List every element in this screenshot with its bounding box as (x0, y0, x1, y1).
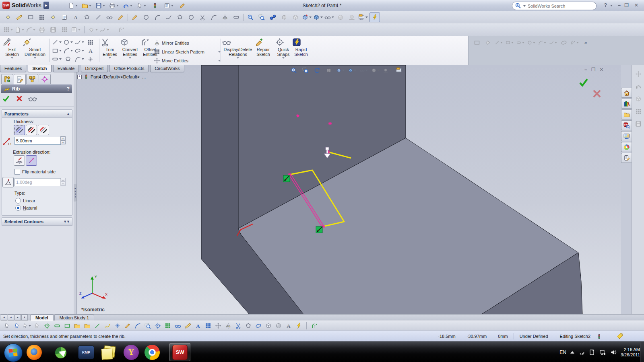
view-orientation-icon[interactable] (302, 13, 312, 22)
apply-scene-icon[interactable] (347, 13, 357, 22)
display-style-icon[interactable] (348, 66, 356, 74)
spline-icon[interactable] (103, 322, 111, 330)
hide-show-items-icon[interactable] (324, 13, 334, 22)
sketch-icon[interactable] (130, 13, 140, 22)
confirm-ok-icon[interactable] (578, 77, 589, 88)
parameters-group-header[interactable]: Parameters▲ (2, 110, 72, 118)
offset-icon[interactable] (571, 39, 579, 46)
tree-root-label[interactable]: Part4 (Default<<Default>_... (91, 74, 146, 79)
pan-icon[interactable] (279, 13, 289, 22)
draft-button[interactable] (2, 177, 14, 187)
sketch-point[interactable] (328, 122, 332, 125)
mirror-entities-button[interactable]: Mirror Entities (154, 39, 217, 47)
property-manager-tab-icon[interactable] (14, 74, 26, 85)
selected-contours-header[interactable]: Selected Contours▼▼ (2, 218, 72, 226)
view-settings-icon[interactable] (358, 13, 368, 22)
text-icon[interactable]: A (194, 322, 202, 330)
spline-icon[interactable] (549, 39, 557, 46)
vertical-dimension-icon[interactable] (26, 13, 35, 22)
tab-circuitworks[interactable]: CircuitWorks (150, 65, 184, 72)
confirm-cancel-icon[interactable] (592, 88, 602, 99)
rectangle-tool[interactable] (52, 47, 62, 55)
corner-icon[interactable] (175, 13, 185, 22)
text-tool[interactable]: A (85, 47, 96, 55)
shaded-icon[interactable] (274, 322, 283, 330)
draft-spinner[interactable]: ▲▼ (60, 178, 66, 186)
edit-appearance-icon[interactable] (336, 13, 345, 22)
exit-sketch-button[interactable]: Exit Sketch (2, 37, 22, 63)
spline-tool[interactable] (74, 38, 85, 46)
smart-dimension-icon[interactable] (3, 13, 13, 22)
new-button[interactable] (68, 1, 78, 10)
ok-button[interactable] (1, 94, 11, 103)
search-input[interactable] (527, 3, 594, 9)
panel-splitter[interactable]: ◂◂◂◂ (74, 65, 77, 314)
perpendicular-icon[interactable] (93, 13, 103, 22)
move-icon[interactable] (214, 322, 222, 330)
rectangle-icon[interactable] (506, 39, 514, 46)
horizontal-dimension-icon[interactable] (14, 13, 24, 22)
chamfer-dimension-icon[interactable] (60, 13, 69, 22)
datum-feature-icon[interactable] (116, 13, 126, 22)
lasso-select-icon[interactable] (23, 322, 31, 330)
feature-manager-tab-icon[interactable] (1, 74, 13, 84)
quick-snap-icon[interactable] (153, 322, 162, 330)
parallel-to-sketch-button[interactable] (14, 155, 25, 166)
geometric-tolerance-icon[interactable] (105, 13, 114, 22)
spline-tools-icon[interactable] (99, 25, 109, 34)
relations-icon[interactable] (173, 322, 182, 330)
pane-tool-1[interactable] (634, 70, 642, 78)
save-button[interactable] (95, 1, 105, 10)
line-tool[interactable] (52, 38, 62, 46)
coincident-relation-icon[interactable] (316, 226, 322, 233)
mirror-icon[interactable] (224, 322, 232, 330)
yahoo-messenger-app[interactable]: Y (121, 343, 142, 361)
thickness-both-sides-button[interactable] (26, 125, 37, 135)
clock[interactable]: 2:16 AM 3/26/2011 (621, 347, 640, 358)
open-button[interactable] (81, 1, 92, 10)
hatch-icon[interactable] (204, 322, 212, 330)
pm-help-icon[interactable]: ? (67, 86, 70, 92)
polygon-tool[interactable] (63, 55, 73, 63)
type-linear-row[interactable]: Linear (15, 198, 35, 204)
convert-entities-button[interactable]: Convert Entities (120, 37, 140, 63)
line-icon[interactable] (495, 39, 503, 46)
feature-tree-flyout[interactable]: + Part4 (Default<<Default>_... (77, 74, 146, 80)
polygon-tool-icon[interactable] (186, 13, 196, 22)
zoom-icon[interactable] (143, 322, 152, 330)
sketch-button[interactable] (177, 1, 188, 10)
line-icon[interactable] (93, 322, 101, 330)
convert-icon[interactable] (264, 322, 272, 330)
doc-restore-icon[interactable]: ❐ (591, 67, 596, 72)
solidworks-resources-tab[interactable] (621, 88, 632, 98)
idm-app[interactable] (51, 343, 72, 361)
design-library-tab[interactable] (621, 99, 632, 109)
select-icon[interactable] (2, 322, 11, 330)
pane-tool-5[interactable] (634, 120, 642, 128)
help-dropdown-icon[interactable] (610, 5, 613, 6)
flip-material-side-row[interactable]: Flip material side (14, 169, 56, 175)
baseline-dimension-icon[interactable] (37, 13, 47, 22)
polygon-icon[interactable] (244, 322, 252, 330)
trim-tool-icon[interactable] (198, 13, 207, 22)
tab-dimxpert[interactable]: DimXpert (81, 65, 108, 72)
viewport-border-icon[interactable] (473, 39, 481, 46)
sketch-picture-tool[interactable] (85, 38, 96, 46)
note-icon[interactable]: A (71, 13, 80, 22)
ordinate-dimension-icon[interactable] (48, 13, 58, 22)
normal-to-sketch-button[interactable] (26, 155, 37, 166)
select-button[interactable] (136, 1, 147, 10)
arc-tool-icon[interactable] (153, 13, 162, 22)
rebuild-button[interactable] (150, 1, 160, 10)
display-style-icon[interactable] (313, 13, 323, 22)
start-button[interactable] (4, 343, 23, 362)
doc-close-icon[interactable]: ✕ (599, 67, 603, 72)
dimension-palette-icon[interactable] (88, 25, 98, 34)
dimension-icon[interactable] (184, 322, 192, 330)
sketch-point[interactable] (296, 114, 299, 117)
tab-nav-buttons[interactable]: ◂◂▸▾ (0, 314, 30, 321)
ellipse-icon[interactable] (560, 39, 568, 46)
tab-office-products[interactable]: Office Products (109, 65, 149, 72)
pane-tool-2[interactable] (634, 82, 642, 90)
view-orientation-icon[interactable] (336, 66, 345, 74)
